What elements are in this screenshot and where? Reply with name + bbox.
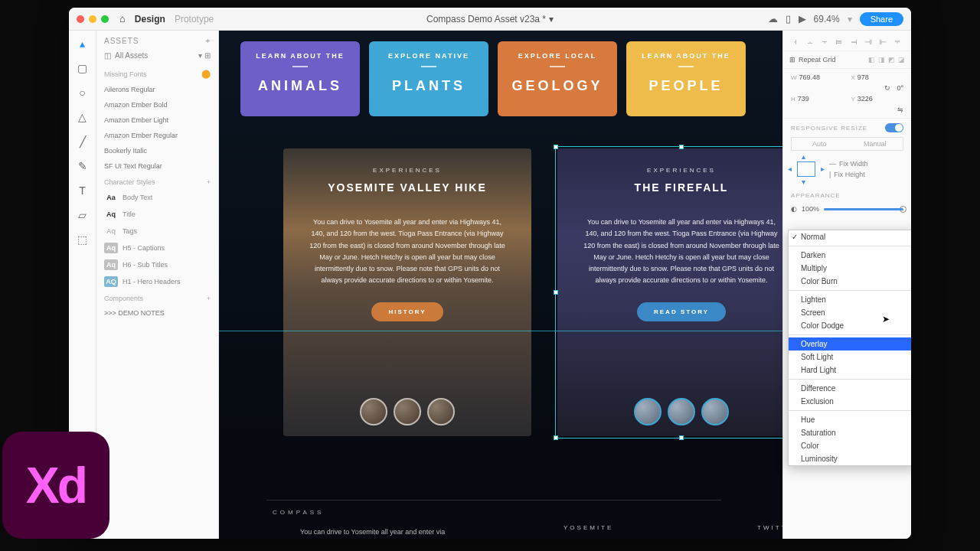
- height-value[interactable]: 739: [798, 95, 809, 103]
- blend-mode-option[interactable]: Soft Light: [789, 350, 911, 364]
- rotate-icon[interactable]: ↻: [884, 84, 890, 92]
- blend-mode-option[interactable]: Luminosity: [789, 452, 911, 465]
- blend-mode-option[interactable]: Normal: [789, 230, 911, 243]
- tab-design[interactable]: Design: [135, 14, 165, 24]
- blend-mode-option[interactable]: Color: [789, 439, 911, 452]
- add-icon[interactable]: +: [205, 37, 211, 45]
- opacity-slider[interactable]: [824, 208, 903, 210]
- character-style-item[interactable]: AaBody Text: [96, 189, 218, 206]
- blend-mode-option[interactable]: Difference: [789, 382, 911, 395]
- character-style-item[interactable]: AQH1 - Hero Headers: [96, 273, 218, 290]
- play-icon[interactable]: ▶: [799, 13, 806, 24]
- add-icon[interactable]: +: [207, 178, 211, 186]
- align-bottom-icon[interactable]: ⫣: [862, 35, 874, 47]
- font-item[interactable]: Amazon Ember Bold: [96, 97, 218, 112]
- text-tool[interactable]: T: [76, 184, 90, 197]
- canvas[interactable]: LEARN ABOUT THEANIMALSEXPLORE NATIVEPLAN…: [219, 31, 782, 539]
- window-controls[interactable]: [77, 15, 109, 23]
- avatar[interactable]: [360, 398, 387, 425]
- align-center-h-icon[interactable]: ⫠: [804, 35, 816, 47]
- blend-mode-option[interactable]: Exclusion: [789, 395, 911, 408]
- character-style-item[interactable]: AqTitle: [96, 206, 218, 223]
- repeat-grid-button[interactable]: Repeat Grid: [799, 56, 836, 64]
- opacity-value[interactable]: 100%: [802, 205, 819, 213]
- maximize-icon[interactable]: [101, 15, 109, 23]
- character-style-item[interactable]: AqH6 - Sub Titles: [96, 256, 218, 273]
- align-top-icon[interactable]: ⫢: [833, 35, 845, 47]
- resize-anchor-widget[interactable]: ▴▾ ◂▸: [791, 155, 822, 183]
- tab-prototype[interactable]: Prototype: [175, 14, 214, 24]
- warning-icon[interactable]: ⬤: [201, 69, 211, 79]
- document-title[interactable]: Compass Demo Asset v23a * ▾: [426, 14, 554, 24]
- category-card[interactable]: EXPLORE LOCALGEOLOGY: [498, 41, 617, 116]
- share-button[interactable]: Share: [860, 12, 903, 26]
- zoom-level[interactable]: 69.4%: [814, 14, 840, 24]
- blend-mode-option[interactable]: Hue: [789, 413, 911, 426]
- zoom-tool[interactable]: ⬚: [76, 233, 90, 246]
- category-card[interactable]: EXPLORE NATIVEPLANTS: [369, 41, 488, 116]
- y-value[interactable]: 3226: [858, 95, 873, 103]
- distribute-icon[interactable]: ⫧: [891, 35, 903, 47]
- demo-notes-item[interactable]: >>> DEMO NOTES: [96, 305, 218, 321]
- blend-mode-option[interactable]: Darken: [789, 249, 911, 262]
- blend-mode-option[interactable]: Screen: [789, 306, 911, 319]
- polygon-tool[interactable]: △: [76, 110, 90, 124]
- home-icon[interactable]: ⌂: [119, 13, 126, 24]
- align-middle-icon[interactable]: ⫤: [848, 35, 860, 47]
- manual-tab[interactable]: Manual: [848, 138, 903, 150]
- font-item[interactable]: Amazon Ember Regular: [96, 128, 218, 143]
- boolean-exclude-icon[interactable]: ◪: [898, 56, 905, 64]
- line-tool[interactable]: ╱: [76, 135, 90, 148]
- read-story-button[interactable]: READ STORY: [637, 302, 726, 321]
- experience-card-1[interactable]: EXPERIENCES YOSEMITE VALLEY HIKE You can…: [283, 148, 531, 436]
- blend-mode-option[interactable]: Color Burn: [789, 275, 911, 288]
- avatar[interactable]: [701, 398, 729, 425]
- blend-mode-option[interactable]: Color Dodge: [789, 319, 911, 332]
- character-style-item[interactable]: AqTags: [96, 223, 218, 240]
- blend-mode-dropdown[interactable]: NormalDarkenMultiplyColor BurnLightenScr…: [788, 230, 911, 466]
- blend-mode-option[interactable]: Saturation: [789, 426, 911, 439]
- flip-icon[interactable]: ⇋: [897, 106, 903, 113]
- boolean-intersect-icon[interactable]: ◩: [888, 56, 895, 64]
- assets-filter[interactable]: ◫ All Assets▾ ⊞: [96, 51, 218, 64]
- avatar[interactable]: [668, 398, 695, 425]
- font-item[interactable]: Bookerly Italic: [96, 143, 218, 158]
- close-icon[interactable]: [77, 15, 84, 23]
- avatar[interactable]: [634, 398, 662, 425]
- align-left-icon[interactable]: ⫞: [789, 35, 802, 47]
- artboard-tool[interactable]: ▱: [76, 208, 90, 222]
- responsive-toggle[interactable]: [885, 123, 903, 132]
- cloud-icon[interactable]: ☁: [768, 13, 778, 24]
- boolean-add-icon[interactable]: ◧: [868, 56, 875, 64]
- history-button[interactable]: HISTORY: [371, 302, 443, 321]
- pen-tool[interactable]: ✎: [76, 159, 90, 173]
- font-item[interactable]: Ailerons Regular: [96, 82, 218, 97]
- ellipse-tool[interactable]: ○: [76, 86, 90, 99]
- category-card[interactable]: LEARN ABOUT THEANIMALS: [240, 41, 360, 116]
- distribute-icon[interactable]: ⫦: [877, 35, 889, 47]
- add-icon[interactable]: +: [207, 295, 211, 302]
- x-value[interactable]: 978: [858, 73, 869, 81]
- select-tool[interactable]: ▴: [76, 37, 90, 51]
- avatar[interactable]: [427, 398, 455, 425]
- mobile-icon[interactable]: ▯: [786, 13, 791, 24]
- align-right-icon[interactable]: ⫟: [818, 35, 831, 47]
- fix-height-toggle[interactable]: | Fix Height: [829, 169, 903, 180]
- fix-width-toggle[interactable]: — Fix Width: [829, 158, 903, 169]
- rectangle-tool[interactable]: ▢: [76, 61, 90, 75]
- avatar[interactable]: [394, 398, 421, 425]
- chevron-down-icon[interactable]: ▾: [549, 14, 554, 24]
- font-item[interactable]: SF UI Text Regular: [96, 158, 218, 174]
- boolean-subtract-icon[interactable]: ◨: [878, 56, 885, 64]
- auto-tab[interactable]: Auto: [792, 138, 848, 150]
- experience-card-2[interactable]: EXPERIENCES THE FIREFALL You can drive t…: [557, 148, 782, 436]
- minimize-icon[interactable]: [89, 15, 96, 23]
- character-style-item[interactable]: AqH5 - Captions: [96, 240, 218, 256]
- blend-mode-option[interactable]: Lighten: [789, 293, 911, 306]
- blend-mode-option[interactable]: Multiply: [789, 262, 911, 275]
- font-item[interactable]: Amazon Ember Light: [96, 112, 218, 128]
- blend-mode-option[interactable]: Hard Light: [789, 364, 911, 377]
- width-value[interactable]: 769.48: [799, 73, 821, 81]
- chevron-down-icon[interactable]: ▾: [848, 14, 852, 24]
- category-card[interactable]: LEARN ABOUT THEPEOPLE: [626, 41, 746, 116]
